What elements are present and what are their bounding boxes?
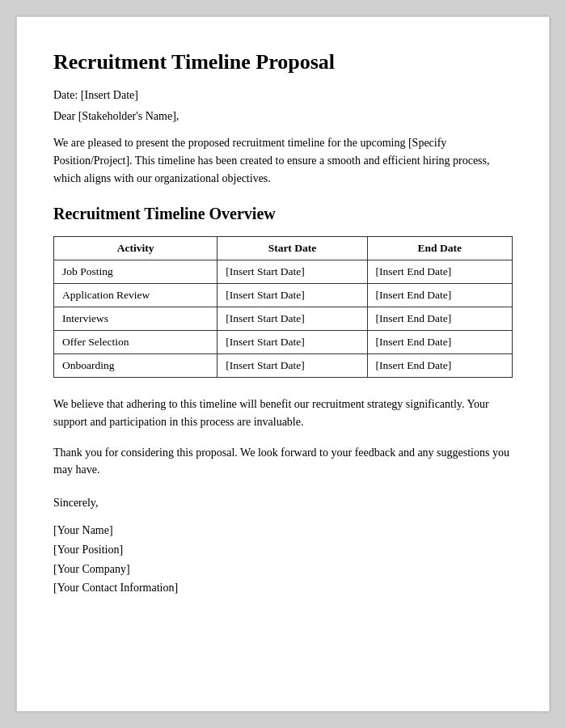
signature-position: [Your Position]	[53, 540, 513, 560]
cell-start-date: [Insert Start Date]	[218, 260, 367, 284]
cell-activity: Interviews	[54, 307, 218, 331]
cell-activity: Job Posting	[54, 260, 218, 284]
table-row: Offer Selection[Insert Start Date][Inser…	[54, 331, 513, 354]
cell-end-date: [Insert End Date]	[367, 331, 512, 354]
table-row: Onboarding[Insert Start Date][Insert End…	[54, 354, 513, 378]
cell-activity: Onboarding	[54, 354, 218, 378]
thank-you-paragraph: Thank you for considering this proposal.…	[53, 444, 513, 479]
sincerely-label: Sincerely,	[53, 497, 513, 510]
cell-start-date: [Insert Start Date]	[218, 331, 367, 354]
cell-start-date: [Insert Start Date]	[218, 354, 367, 378]
signature-block: [Your Name] [Your Position] [Your Compan…	[53, 521, 513, 598]
document-title: Recruitment Timeline Proposal	[53, 49, 513, 74]
section-heading: Recruitment Timeline Overview	[53, 205, 513, 223]
intro-paragraph: We are pleased to present the proposed r…	[53, 134, 513, 187]
signature-name: [Your Name]	[53, 521, 513, 540]
table-row: Application Review[Insert Start Date][In…	[54, 284, 513, 307]
date-line: Date: [Insert Date]	[53, 89, 513, 102]
document-page: Recruitment Timeline Proposal Date: [Ins…	[16, 16, 550, 712]
col-header-activity: Activity	[54, 237, 218, 260]
cell-start-date: [Insert Start Date]	[218, 284, 367, 307]
table-row: Job Posting[Insert Start Date][Insert En…	[54, 260, 513, 284]
cell-end-date: [Insert End Date]	[367, 260, 512, 284]
closing-paragraph: We believe that adhering to this timelin…	[53, 396, 513, 430]
table-header-row: Activity Start Date End Date	[54, 237, 513, 260]
cell-start-date: [Insert Start Date]	[218, 307, 367, 331]
signature-contact: [Your Contact Information]	[53, 578, 513, 598]
cell-end-date: [Insert End Date]	[367, 354, 512, 378]
table-row: Interviews[Insert Start Date][Insert End…	[54, 307, 513, 331]
cell-end-date: [Insert End Date]	[367, 284, 512, 307]
signature-company: [Your Company]	[53, 560, 513, 579]
cell-activity: Application Review	[54, 284, 218, 307]
timeline-table: Activity Start Date End Date Job Posting…	[53, 236, 513, 378]
cell-end-date: [Insert End Date]	[367, 307, 512, 331]
cell-activity: Offer Selection	[54, 331, 218, 354]
col-header-end-date: End Date	[367, 237, 512, 260]
col-header-start-date: Start Date	[218, 237, 367, 260]
dear-line: Dear [Stakeholder's Name],	[53, 110, 513, 123]
